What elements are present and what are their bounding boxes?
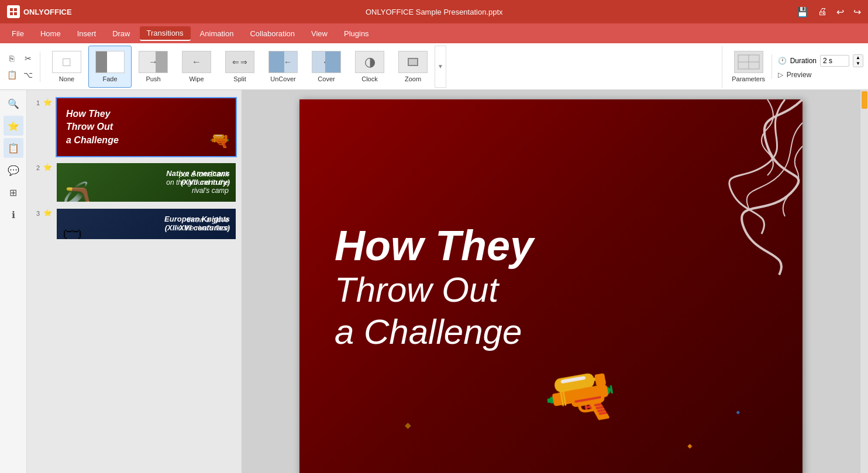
- document-title: ONLYOFFICE Sample Presentation.pptx: [72, 8, 797, 16]
- slide-item-1[interactable]: 1 ⭐ How TheyThrow Outa Challenge 🔫: [27, 95, 242, 160]
- preview-row[interactable]: ▷ Preview: [778, 71, 863, 79]
- right-scrollbar[interactable]: [860, 90, 868, 473]
- duration-up[interactable]: ▲: [853, 55, 863, 61]
- transition-zoom[interactable]: Zoom: [391, 46, 435, 88]
- menu-insert[interactable]: Insert: [70, 27, 104, 40]
- slide-line1: How They: [335, 223, 533, 269]
- clock-icon: 🕐: [778, 57, 787, 65]
- slide-number-2: 2: [32, 164, 40, 171]
- svg-rect-0: [10, 8, 13, 11]
- slide3-title: European Knights(XII-XVI centuries): [164, 215, 230, 232]
- menu-collaboration[interactable]: Collaboration: [243, 27, 302, 40]
- bullet-2: 🔹: [732, 407, 744, 418]
- sidebar-comment[interactable]: 💬: [4, 160, 23, 180]
- duration-preview-section: 🕐 Duration ▲ ▼ ▷ Preview: [771, 54, 863, 79]
- ribbon: ⎘ ✂ 📋 ⌥ □ None Fade → Push: [0, 43, 868, 90]
- transition-none-label: None: [59, 75, 74, 82]
- slide1-title: How TheyThrow Outa Challenge: [66, 108, 119, 147]
- slide-star-2: ⭐: [43, 163, 52, 171]
- transition-clock[interactable]: ◑ Clock: [348, 46, 391, 88]
- svg-rect-3: [14, 12, 17, 15]
- slide-thumb-2[interactable]: Native Americans(XVII century) put a tom…: [56, 162, 237, 203]
- slide-view[interactable]: How They Throw Out a Challenge 🔫 🔸 🔹 ◆: [242, 90, 860, 473]
- copy-button[interactable]: ⎘: [5, 51, 19, 65]
- redo-icon[interactable]: ↪: [853, 6, 861, 18]
- parameters-section: Parameters: [722, 46, 769, 88]
- menu-transitions[interactable]: Transitions: [140, 26, 191, 41]
- transition-push[interactable]: → Push: [132, 46, 175, 88]
- menu-view[interactable]: View: [304, 27, 335, 40]
- title-bar: ONLYOFFICE ONLYOFFICE Sample Presentatio…: [0, 0, 868, 23]
- format-painter-button[interactable]: ⌥: [21, 68, 35, 82]
- slide-number-1: 1: [32, 99, 40, 106]
- preview-icon: ▷: [778, 71, 783, 79]
- slide-line2: Throw Out: [335, 269, 533, 311]
- decorative-swirl: [615, 99, 802, 286]
- slide-star-3: ⭐: [43, 209, 52, 217]
- transition-zoom-label: Zoom: [405, 75, 421, 82]
- slide-line3: a Challenge: [335, 311, 533, 353]
- logo-text: ONLYOFFICE: [23, 8, 72, 16]
- transition-fade[interactable]: Fade: [88, 46, 132, 88]
- menu-animation[interactable]: Animation: [193, 27, 241, 40]
- sidebar-table[interactable]: ⊞: [4, 182, 23, 202]
- undo-icon[interactable]: ↩: [836, 6, 844, 18]
- left-sidebar: 🔍 ⭐ 📋 💬 ⊞ ℹ: [0, 90, 27, 473]
- svg-rect-2: [10, 12, 13, 15]
- menu-plugins[interactable]: Plugins: [337, 27, 376, 40]
- parameters-button[interactable]: Parameters: [728, 46, 769, 88]
- sidebar-search[interactable]: 🔍: [4, 94, 23, 113]
- main-content: 🔍 ⭐ 📋 💬 ⊞ ℹ 1 ⭐ How TheyThrow Outa Chall…: [0, 90, 868, 473]
- parameters-thumb: [734, 51, 763, 73]
- transition-wipe-label: Wipe: [189, 75, 204, 82]
- print-icon[interactable]: 🖨: [818, 6, 827, 17]
- slide-thumb-1[interactable]: How TheyThrow Outa Challenge 🔫: [56, 97, 237, 157]
- duration-input[interactable]: [820, 55, 849, 67]
- duration-down[interactable]: ▼: [853, 61, 863, 67]
- transition-uncover-label: UnCover: [270, 75, 295, 82]
- slide-item-3[interactable]: 3 ⭐ European Knights(XII-XVI centuries) …: [27, 205, 242, 243]
- menu-file[interactable]: File: [5, 27, 31, 40]
- sidebar-info[interactable]: ℹ: [4, 205, 23, 225]
- slide-panel: 1 ⭐ How TheyThrow Outa Challenge 🔫 2 ⭐ N…: [27, 90, 242, 473]
- sidebar-slides[interactable]: 📋: [4, 138, 23, 158]
- duration-label: Duration: [790, 57, 817, 65]
- scroll-thumb[interactable]: [862, 91, 867, 109]
- transition-fade-label: Fade: [102, 75, 117, 82]
- transitions-scroll-btn[interactable]: ▼: [435, 46, 446, 88]
- preview-label: Preview: [787, 71, 812, 79]
- slide2-title: Native Americans(XVII century): [166, 169, 230, 187]
- menu-home[interactable]: Home: [33, 27, 68, 40]
- transition-wipe[interactable]: ← Wipe: [175, 46, 218, 88]
- paste-button[interactable]: 📋: [5, 68, 19, 82]
- transition-clock-label: Clock: [361, 75, 378, 82]
- gun-decoration: 🔫: [538, 356, 622, 437]
- save-icon[interactable]: 💾: [797, 6, 808, 18]
- clipboard-tools: ⎘ ✂ 📋 ⌥: [5, 51, 40, 82]
- sidebar-star[interactable]: ⭐: [4, 116, 23, 136]
- transition-cover-label: Cover: [318, 75, 335, 82]
- window-controls: 💾 🖨 ↩ ↪: [797, 6, 861, 18]
- app-logo: ONLYOFFICE: [7, 5, 72, 18]
- main-slide: How They Throw Out a Challenge 🔫 🔸 🔹 ◆: [299, 99, 802, 473]
- slide-number-3: 3: [32, 210, 40, 217]
- logo-icon: [7, 5, 20, 18]
- menu-bar: File Home Insert Draw Transitions Animat…: [0, 23, 868, 43]
- svg-rect-1: [14, 8, 17, 11]
- transition-uncover[interactable]: ← UnCover: [261, 46, 305, 88]
- menu-draw[interactable]: Draw: [105, 27, 137, 40]
- transition-cover[interactable]: ← Cover: [305, 46, 348, 88]
- slide-item-2[interactable]: 2 ⭐ Native Americans(XVII century) put a…: [27, 160, 242, 205]
- bullet-3: ◆: [405, 420, 411, 430]
- bullet-1: 🔸: [683, 439, 697, 453]
- transition-none[interactable]: □ None: [45, 46, 88, 88]
- parameters-label: Parameters: [732, 75, 765, 82]
- transitions-area: □ None Fade → Push ← Wipe ⇐: [45, 46, 719, 88]
- cut-button[interactable]: ✂: [21, 51, 35, 65]
- transition-push-label: Push: [146, 75, 160, 82]
- transition-split[interactable]: ⇐ ⇒ Split: [218, 46, 261, 88]
- slide-thumb-3[interactable]: European Knights(XII-XVI centuries) thre…: [56, 208, 237, 240]
- duration-row: 🕐 Duration ▲ ▼: [778, 54, 863, 67]
- duration-spinner: ▲ ▼: [853, 54, 863, 67]
- main-slide-text: How They Throw Out a Challenge: [335, 223, 533, 353]
